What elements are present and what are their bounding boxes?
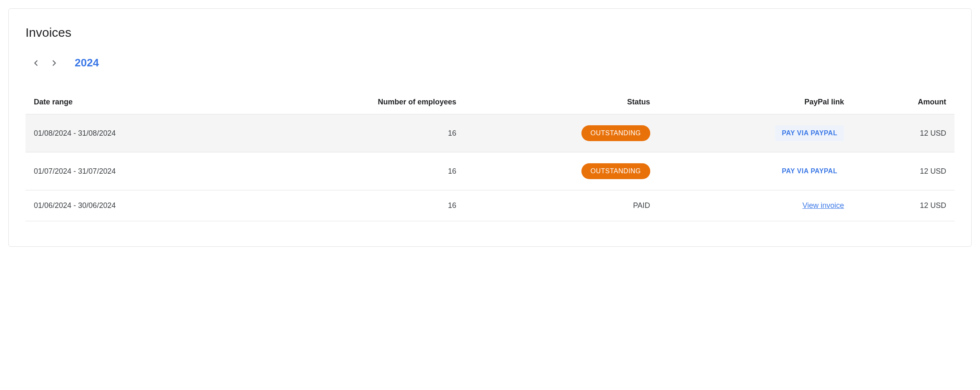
- cell-paypal: View invoice: [659, 190, 853, 221]
- table-row[interactable]: 01/06/2024 - 30/06/202416PAIDView invoic…: [25, 190, 955, 221]
- cell-status: OUTSTANDING: [465, 114, 658, 152]
- status-paid-label: PAID: [633, 201, 650, 210]
- cell-amount: 12 USD: [852, 152, 955, 190]
- cell-employees: 16: [249, 190, 465, 221]
- chevron-left-icon: [31, 58, 40, 68]
- status-badge-outstanding: OUTSTANDING: [581, 163, 650, 179]
- col-header-paypal: PayPal link: [659, 90, 853, 114]
- table-row[interactable]: 01/07/2024 - 31/07/202416OUTSTANDINGPAY …: [25, 152, 955, 190]
- table-header-row: Date range Number of employees Status Pa…: [25, 90, 955, 114]
- cell-employees: 16: [249, 152, 465, 190]
- status-badge-outstanding: OUTSTANDING: [581, 125, 650, 141]
- pay-via-paypal-button[interactable]: PAY VIA PAYPAL: [775, 125, 844, 141]
- col-header-employees: Number of employees: [249, 90, 465, 114]
- invoices-table: Date range Number of employees Status Pa…: [25, 90, 955, 221]
- prev-year-button[interactable]: [30, 57, 42, 69]
- table-row[interactable]: 01/08/2024 - 31/08/202416OUTSTANDINGPAY …: [25, 114, 955, 152]
- year-navigation: 2024: [25, 56, 955, 69]
- chevron-right-icon: [50, 58, 59, 68]
- cell-paypal: PAY VIA PAYPAL: [659, 152, 853, 190]
- next-year-button[interactable]: [48, 57, 61, 69]
- cell-date-range: 01/06/2024 - 30/06/2024: [25, 190, 249, 221]
- page-title: Invoices: [25, 25, 955, 40]
- col-header-status: Status: [465, 90, 658, 114]
- invoices-card: Invoices 2024 Date range Number of emplo…: [8, 8, 972, 247]
- col-header-date-range: Date range: [25, 90, 249, 114]
- pay-via-paypal-button[interactable]: PAY VIA PAYPAL: [775, 163, 844, 179]
- cell-amount: 12 USD: [852, 190, 955, 221]
- year-label: 2024: [75, 56, 99, 69]
- cell-paypal: PAY VIA PAYPAL: [659, 114, 853, 152]
- cell-date-range: 01/07/2024 - 31/07/2024: [25, 152, 249, 190]
- view-invoice-link[interactable]: View invoice: [802, 201, 844, 210]
- cell-status: OUTSTANDING: [465, 152, 658, 190]
- cell-employees: 16: [249, 114, 465, 152]
- cell-date-range: 01/08/2024 - 31/08/2024: [25, 114, 249, 152]
- cell-status: PAID: [465, 190, 658, 221]
- col-header-amount: Amount: [852, 90, 955, 114]
- cell-amount: 12 USD: [852, 114, 955, 152]
